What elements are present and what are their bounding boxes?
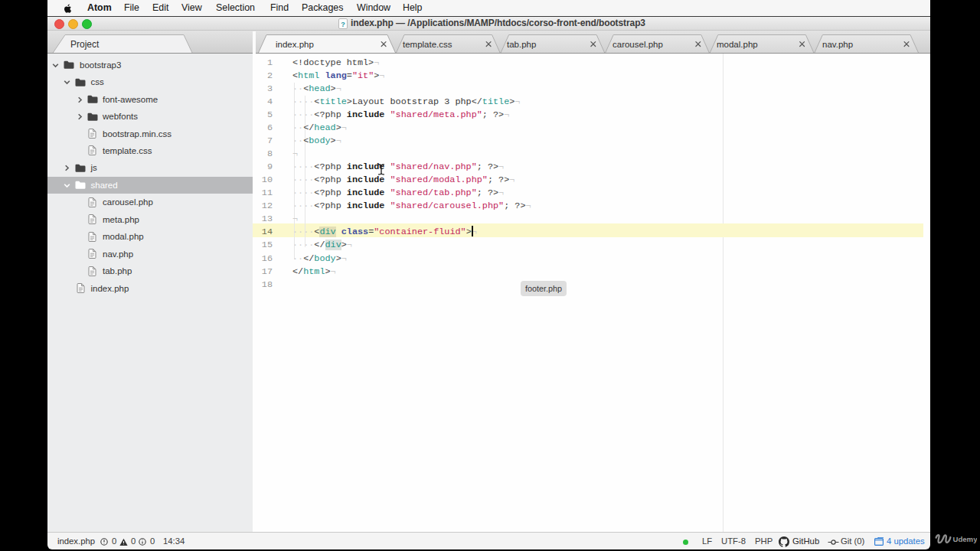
svg-text:Udemy: Udemy	[953, 535, 978, 543]
svg-text:?: ?	[341, 21, 345, 28]
